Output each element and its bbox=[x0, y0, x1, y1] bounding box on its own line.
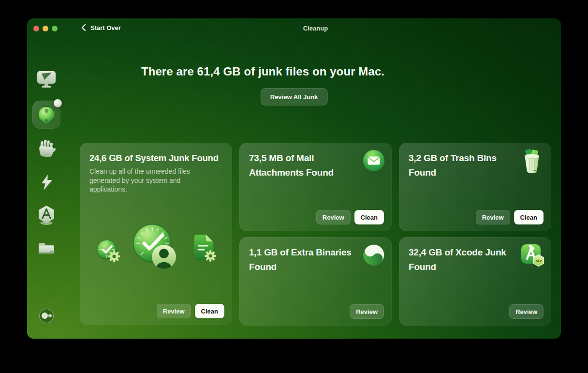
sidebar-item-files[interactable] bbox=[36, 239, 57, 257]
card-mail-attachments[interactable]: 73,5 MB of Mail Attachments Found Review… bbox=[239, 143, 392, 231]
junk-summary-headline: There are 61,4 GB of junk files on your … bbox=[27, 65, 499, 78]
clean-button[interactable]: Clean bbox=[195, 304, 224, 318]
clock-user-icon bbox=[130, 221, 181, 272]
mail-icon bbox=[363, 149, 385, 172]
review-button[interactable]: Review bbox=[509, 304, 544, 319]
review-button[interactable]: Review bbox=[157, 304, 191, 318]
clean-button[interactable]: Clean bbox=[354, 210, 384, 224]
clock-gear-icon bbox=[91, 234, 122, 265]
trash-icon bbox=[520, 149, 544, 174]
cleanup-ball-icon bbox=[38, 106, 55, 123]
review-button[interactable]: Review bbox=[316, 210, 351, 224]
sidebar-item-protection[interactable] bbox=[36, 137, 57, 160]
xcode-icon: </> bbox=[520, 243, 545, 268]
page-title: Cleanup bbox=[80, 25, 551, 32]
minimize-button[interactable] bbox=[43, 26, 48, 31]
card-extra-binaries[interactable]: 1,1 GB of Extra Binaries Found Review bbox=[239, 237, 392, 326]
app-window: Start Over Cleanup bbox=[27, 18, 561, 339]
sidebar-item-applications[interactable] bbox=[36, 204, 57, 225]
desktop-background: Start Over Cleanup bbox=[0, 0, 588, 373]
card-title: 3,2 GB of Trash Bins Found bbox=[409, 151, 524, 180]
hand-icon bbox=[36, 138, 57, 159]
assistant-toggle-icon[interactable] bbox=[39, 309, 54, 323]
document-gear-icon bbox=[188, 233, 219, 265]
review-all-junk-button[interactable]: Review All Junk bbox=[261, 88, 328, 105]
review-button[interactable]: Review bbox=[350, 304, 384, 319]
folder-icon bbox=[36, 239, 57, 256]
traffic-lights bbox=[33, 26, 58, 31]
card-trash-bins[interactable]: 3,2 GB of Trash Bins Found bbox=[399, 143, 551, 231]
svg-text:</>: </> bbox=[535, 258, 542, 263]
system-junk-illustration bbox=[80, 143, 232, 325]
sidebar-item-cleanup[interactable] bbox=[32, 101, 60, 129]
notification-dot bbox=[54, 99, 62, 107]
card-title: 32,4 GB of Xcode Junk Found bbox=[409, 245, 524, 274]
clean-button[interactable]: Clean bbox=[514, 210, 544, 224]
card-xcode-junk[interactable]: 32,4 GB of Xcode Junk Found </> bbox=[399, 237, 551, 326]
appstore-icon bbox=[36, 205, 57, 225]
review-button[interactable]: Review bbox=[476, 210, 510, 224]
sidebar-item-performance[interactable] bbox=[37, 172, 56, 192]
zoom-button[interactable] bbox=[52, 26, 58, 31]
binaries-icon bbox=[363, 244, 385, 266]
card-system-junk[interactable]: 24,6 GB of System Junk Found Clean up al… bbox=[80, 143, 232, 325]
lightning-icon bbox=[38, 172, 55, 192]
close-button[interactable] bbox=[33, 26, 39, 31]
card-title: 73,5 MB of Mail Attachments Found bbox=[249, 151, 364, 180]
card-title: 1,1 GB of Extra Binaries Found bbox=[249, 245, 364, 274]
